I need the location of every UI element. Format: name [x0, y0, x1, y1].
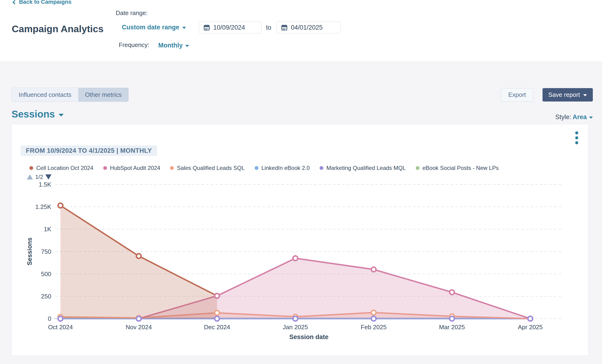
metric-selector-dropdown[interactable]: Sessions	[11, 109, 64, 120]
svg-text:1.25K: 1.25K	[35, 203, 52, 210]
frequency-label: Frequency:	[119, 41, 149, 49]
end-date-input[interactable]: 04/01/2025	[277, 22, 341, 33]
svg-text:Sessions: Sessions	[26, 238, 33, 266]
svg-text:Apr 2025: Apr 2025	[518, 323, 543, 331]
svg-text:250: 250	[41, 293, 51, 300]
back-link-label: Back to Campaigns	[19, 0, 72, 5]
svg-text:1K: 1K	[44, 226, 51, 233]
sessions-chart-card: FROM 10/9/2024 TO 4/1/2025 | MONTHLY Cel…	[11, 124, 588, 355]
chevron-down-icon	[185, 45, 189, 47]
svg-text:Jan 2025: Jan 2025	[283, 323, 308, 331]
frequency-dropdown[interactable]: Monthly	[158, 42, 189, 49]
start-date-input[interactable]: 10/09/2024	[199, 22, 261, 33]
svg-text:500: 500	[41, 270, 51, 278]
chevron-down-icon	[182, 27, 186, 29]
svg-text:Oct 2024: Oct 2024	[48, 323, 73, 331]
tab-other-metrics[interactable]: Other metrics	[78, 88, 129, 102]
style-label: Style:	[555, 114, 571, 121]
chevron-down-icon	[59, 114, 64, 116]
svg-text:0: 0	[48, 315, 51, 322]
svg-text:Dec 2024: Dec 2024	[204, 323, 230, 331]
end-date-value: 04/01/2025	[291, 24, 323, 31]
chart-style-row: Style: Area	[555, 114, 593, 121]
chevron-down-icon	[589, 116, 593, 119]
svg-text:Session date: Session date	[289, 333, 329, 341]
svg-text:Feb 2025: Feb 2025	[361, 323, 387, 331]
date-range-preset-value: Custom date range	[122, 24, 179, 31]
save-report-button[interactable]: Save report	[542, 88, 593, 102]
start-date-value: 10/09/2024	[213, 24, 245, 31]
back-to-campaigns-link[interactable]: Back to Campaigns	[13, 0, 72, 5]
date-range-preset-dropdown[interactable]: Custom date range	[122, 24, 186, 31]
style-value: Area	[573, 114, 587, 121]
page-title: Campaign Analytics	[12, 23, 104, 34]
page-header: Back to Campaigns Campaign Analytics Dat…	[0, 0, 602, 62]
campaign-analytics-page: Back to Campaigns Campaign Analytics Dat…	[0, 0, 602, 364]
tab-influenced-contacts[interactable]: Influenced contacts	[12, 88, 78, 102]
metric-tabs: Influenced contacts Other metrics	[11, 88, 129, 102]
calendar-icon	[204, 24, 210, 31]
svg-text:750: 750	[41, 248, 51, 255]
svg-text:Nov 2024: Nov 2024	[126, 323, 152, 331]
svg-text:1.5K: 1.5K	[39, 181, 52, 188]
svg-text:Mar 2025: Mar 2025	[439, 323, 465, 331]
save-report-label: Save report	[548, 91, 580, 98]
chevron-down-icon	[583, 94, 587, 96]
calendar-icon	[281, 24, 288, 31]
frequency-value: Monthly	[158, 42, 183, 49]
date-range-label: Date range:	[116, 10, 148, 17]
date-range-to-label: to	[266, 24, 271, 31]
sessions-area-chart: 02505007501K1.25K1.5KOct 2024Nov 2024Dec…	[12, 124, 589, 356]
chart-style-dropdown[interactable]: Area	[573, 114, 593, 121]
chevron-left-icon	[12, 0, 17, 4]
metric-label: Sessions	[11, 109, 55, 120]
export-button[interactable]: Export	[501, 88, 533, 102]
